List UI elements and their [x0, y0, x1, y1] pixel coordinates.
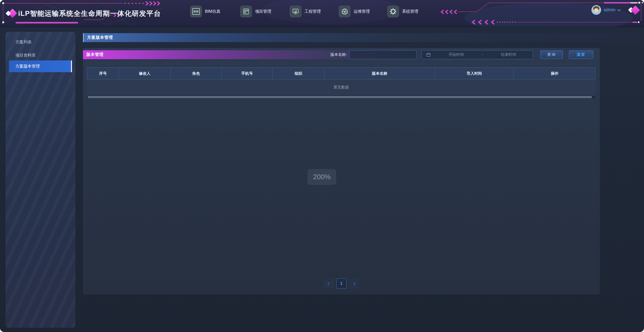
- col-serial: 序号: [87, 68, 119, 79]
- nav-label: BIM仿真: [205, 9, 220, 14]
- avatar: [591, 5, 601, 15]
- reset-button[interactable]: 重置: [569, 50, 593, 59]
- filter-toolbar: 版本名称: 开始时间 - 结束时间 查询 重置: [331, 50, 593, 59]
- search-button[interactable]: 查询: [540, 50, 563, 59]
- sidebar-item-plan-list[interactable]: 方案列表: [6, 37, 75, 47]
- page-1-button[interactable]: 1: [336, 278, 347, 289]
- content-panel: 版本管理 版本名称: 开始时间 - 结束时间: [83, 48, 600, 295]
- nav-label: 系统管理: [402, 9, 418, 14]
- header-right-ornament-icon: [628, 6, 640, 17]
- venn-circles-icon: [339, 6, 350, 17]
- empty-state: 暂无数据: [87, 80, 596, 95]
- col-actions: 操作: [514, 68, 595, 79]
- nav-label: 项目管理: [255, 9, 271, 14]
- sidebar: 方案列表 项目资料库 方案版本管理: [6, 32, 75, 328]
- col-organization: 组织: [273, 68, 325, 79]
- chevron-right-icon: [352, 282, 356, 285]
- start-date-placeholder[interactable]: 开始时间: [432, 52, 480, 57]
- bim-icon: BIM: [190, 6, 202, 17]
- monitor-chart-icon: [290, 6, 301, 17]
- col-role: 角色: [171, 68, 222, 79]
- nav-label: 运维管理: [354, 9, 370, 14]
- gear-icon: [387, 6, 399, 17]
- username: admin: [604, 7, 615, 12]
- project-board-icon: [240, 6, 252, 17]
- nav-item-engineering[interactable]: 工程管理: [290, 6, 321, 17]
- sidebar-item-version-management[interactable]: 方案版本管理: [9, 60, 72, 72]
- col-import-time: 导入时间: [435, 68, 514, 79]
- table-header-row: 序号 修改人 角色 手机号 组织 版本名称 导入时间 操作: [87, 67, 596, 80]
- sidebar-item-project-library[interactable]: 项目资料库: [6, 50, 75, 60]
- date-range-picker[interactable]: 开始时间 - 结束时间: [421, 50, 533, 59]
- version-table: 序号 修改人 角色 手机号 组织 版本名称 导入时间 操作 暂无数据: [87, 67, 596, 98]
- date-range-separator: -: [480, 53, 484, 57]
- top-header: iLP智能运输系统全生命周期一体化研发平台 BIM BIM仿真 项目管理: [0, 0, 644, 27]
- pagination: 1: [83, 278, 600, 289]
- end-date-placeholder[interactable]: 结束时间: [484, 52, 533, 57]
- chevron-left-icon: [327, 282, 331, 285]
- next-page-button[interactable]: [349, 278, 359, 289]
- app-title: iLP智能运输系统全生命周期一体化研发平台: [18, 0, 161, 27]
- col-modifier: 修改人: [119, 68, 171, 79]
- chevron-down-icon: [617, 8, 621, 11]
- zoom-level-toast: 200%: [308, 169, 336, 185]
- col-phone: 手机号: [222, 68, 273, 79]
- scrollbar-thumb[interactable]: [88, 96, 592, 98]
- nav-item-bim[interactable]: BIM BIM仿真: [190, 6, 220, 17]
- prev-page-button[interactable]: [324, 278, 334, 289]
- page-title-bar: 方案版本管理: [83, 33, 642, 42]
- platform-logo-icon: [6, 8, 17, 20]
- section-title: 版本管理: [86, 50, 104, 59]
- active-indicator: [71, 60, 72, 72]
- horizontal-scrollbar: [87, 96, 596, 98]
- app-window: iLP智能运输系统全生命周期一体化研发平台 BIM BIM仿真 项目管理: [0, 0, 644, 332]
- user-menu[interactable]: admin: [591, 5, 620, 15]
- version-name-input[interactable]: [349, 50, 417, 59]
- nav-item-operations[interactable]: 运维管理: [339, 6, 370, 17]
- nav-label: 工程管理: [305, 9, 321, 14]
- nav-item-project[interactable]: 项目管理: [240, 6, 271, 17]
- col-version-name: 版本名称: [325, 68, 435, 79]
- nav-item-system[interactable]: 系统管理: [387, 6, 418, 17]
- calendar-icon: [426, 53, 431, 57]
- version-name-label: 版本名称:: [331, 52, 347, 57]
- section-header-row: 版本管理 版本名称: 开始时间 - 结束时间: [83, 50, 600, 59]
- page-title: 方案版本管理: [84, 35, 113, 40]
- sidebar-item-label: 方案版本管理: [15, 64, 40, 69]
